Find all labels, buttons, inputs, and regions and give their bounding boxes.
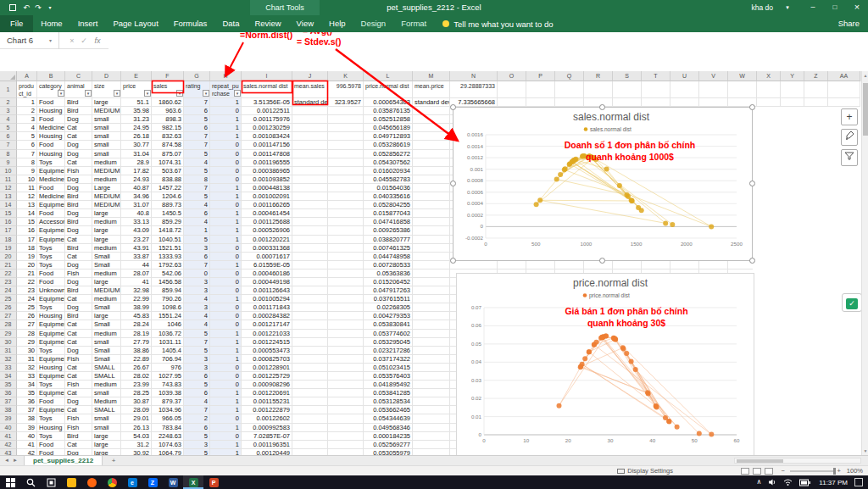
row-header-14[interactable]: 14: [0, 201, 17, 209]
cell[interactable]: [328, 320, 364, 329]
column-header-W[interactable]: W: [728, 71, 757, 81]
cell[interactable]: medium: [92, 270, 121, 278]
cell[interactable]: 1: [184, 226, 210, 235]
cell[interactable]: [828, 98, 860, 107]
cell[interactable]: category▾: [37, 81, 65, 98]
cell[interactable]: 21: [17, 270, 37, 278]
cell[interactable]: Housing: [37, 107, 65, 115]
column-header-H[interactable]: H: [210, 71, 242, 81]
taskbar-firefox[interactable]: [81, 475, 102, 489]
column-header-T[interactable]: T: [642, 71, 670, 81]
cell[interactable]: [413, 441, 450, 449]
cell[interactable]: 35: [17, 389, 37, 397]
tell-me-box[interactable]: Tell me what you want to do: [434, 19, 553, 29]
cell[interactable]: MEDIUM: [92, 192, 121, 201]
cell[interactable]: [413, 414, 450, 423]
cell[interactable]: 39: [17, 424, 37, 432]
cell[interactable]: Toys: [37, 432, 65, 441]
cell[interactable]: 5: [184, 347, 210, 355]
taskbar-excel[interactable]: X: [183, 475, 203, 489]
cell[interactable]: large: [92, 441, 121, 449]
filter-button[interactable]: ▾: [85, 90, 92, 97]
cell[interactable]: 1457.22: [152, 184, 184, 192]
cell[interactable]: 0.053830841: [364, 320, 413, 329]
cell[interactable]: [292, 414, 328, 423]
cell[interactable]: 1456.58: [152, 278, 184, 286]
row-header-19[interactable]: 19: [0, 244, 17, 253]
cell[interactable]: [328, 150, 364, 158]
cell[interactable]: [328, 330, 364, 338]
cell[interactable]: 33.87: [121, 253, 152, 261]
taskbar-edge[interactable]: e: [122, 475, 142, 489]
cell[interactable]: 963.6: [152, 107, 184, 115]
cell[interactable]: Food: [37, 141, 65, 149]
cell[interactable]: sales▾: [152, 81, 184, 98]
cell[interactable]: 43.91: [121, 244, 152, 253]
row-header-35[interactable]: 35: [0, 381, 17, 389]
cell[interactable]: 0.00122602: [242, 414, 292, 423]
cell[interactable]: [292, 320, 328, 329]
next-sheet-icon[interactable]: ►: [13, 456, 18, 465]
cell[interactable]: 0: [184, 270, 210, 278]
cell[interactable]: [328, 432, 364, 441]
cell[interactable]: 2: [17, 107, 37, 115]
vertical-scrollbar-thumb[interactable]: [863, 83, 868, 136]
cell[interactable]: 6: [184, 124, 210, 132]
cell[interactable]: Equipment: [37, 201, 65, 209]
cell[interactable]: 1: [210, 124, 242, 132]
cell[interactable]: Cat: [65, 124, 92, 132]
cell[interactable]: rating▾: [184, 81, 210, 98]
cell[interactable]: [413, 338, 450, 347]
cell[interactable]: sales.normal dist: [242, 81, 292, 98]
cell[interactable]: 5: [184, 381, 210, 389]
cell[interactable]: 859.94: [152, 286, 184, 295]
close-button[interactable]: ×: [846, 0, 868, 15]
cell[interactable]: [292, 424, 328, 432]
cell[interactable]: [292, 355, 328, 364]
cell[interactable]: 0.000461454: [242, 209, 292, 218]
cell[interactable]: [292, 150, 328, 158]
cell[interactable]: 0.001175976: [242, 115, 292, 124]
cell[interactable]: Equipment: [37, 236, 65, 244]
cell[interactable]: 996.5978: [328, 81, 364, 98]
cell[interactable]: [413, 312, 450, 320]
cell[interactable]: Bird: [65, 107, 92, 115]
cell[interactable]: Cat: [65, 389, 92, 397]
cell[interactable]: 1034.96: [152, 406, 184, 414]
cell[interactable]: 0.052512858: [364, 115, 413, 124]
cell[interactable]: 0.053774602: [364, 330, 413, 338]
cell[interactable]: [413, 303, 450, 312]
sheet-tab-pet-supplies[interactable]: pet_supplies_2212: [24, 456, 103, 465]
cell[interactable]: Dog: [65, 449, 92, 455]
cell[interactable]: 0.001196351: [242, 441, 292, 449]
cell[interactable]: 16: [17, 226, 37, 235]
cell[interactable]: price▾: [121, 81, 152, 98]
cell[interactable]: [828, 81, 860, 98]
cell[interactable]: 40.8: [121, 209, 152, 218]
cell[interactable]: [328, 312, 364, 320]
cell[interactable]: 0.000448138: [242, 184, 292, 192]
cell[interactable]: [328, 397, 364, 406]
save-button[interactable]: [7, 2, 19, 14]
cell[interactable]: 0.007461325: [364, 244, 413, 253]
prev-sheet-icon[interactable]: ◄: [4, 456, 9, 465]
cell[interactable]: [328, 286, 364, 295]
cell[interactable]: 7: [184, 141, 210, 149]
cell[interactable]: [292, 244, 328, 253]
cell[interactable]: Cat: [65, 158, 92, 167]
cell[interactable]: 0.05363836: [364, 270, 413, 278]
cell[interactable]: [413, 115, 450, 124]
cell[interactable]: 0.001002091: [242, 192, 292, 201]
cell[interactable]: [413, 167, 450, 175]
cell[interactable]: small: [92, 115, 121, 124]
cell[interactable]: medium: [92, 158, 121, 167]
sales-normal-dist-chart[interactable]: 0.00160.00140.00120.0010.00080.00060.000…: [453, 107, 753, 261]
cell[interactable]: 0: [210, 372, 242, 381]
column-header-Q[interactable]: Q: [555, 71, 584, 81]
cell[interactable]: 1: [210, 184, 242, 192]
cell[interactable]: [292, 312, 328, 320]
cell[interactable]: Toys: [37, 414, 65, 423]
cell[interactable]: 889.73: [152, 201, 184, 209]
cell[interactable]: SMALL: [92, 406, 121, 414]
filter-button[interactable]: ▾: [176, 90, 183, 97]
